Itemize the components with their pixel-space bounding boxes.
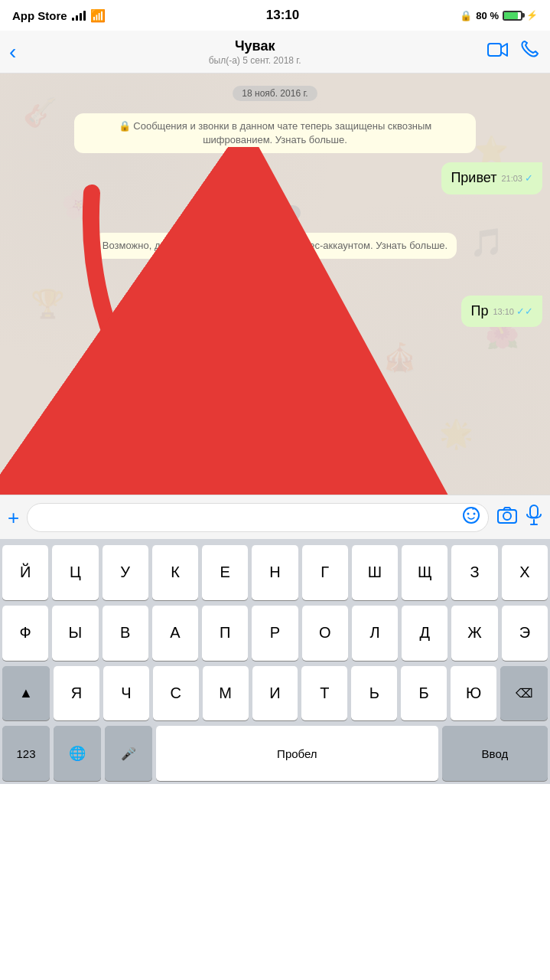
key-д[interactable]: Д [402,606,447,661]
key-щ[interactable]: Щ [402,545,447,600]
outgoing-message-1-text: Привет [451,170,496,185]
key-с[interactable]: С [153,666,199,721]
system-message-row-2: Возможно, данная переписка ведется с биз… [8,233,542,259]
outgoing-message-1: Привет 21:03 ✓ [441,162,542,194]
key-ь[interactable]: Ь [351,666,397,721]
outgoing-message-row-2: Пр 13:10 ✓✓ [8,296,542,327]
status-right: 🔒 80 % ⚡ [460,10,538,21]
outgoing-message-2-text: Пр [470,303,488,318]
keyboard: Й Ц У К Е Н Г Ш Щ З Х Ф Ы В А П Р О Л Д … [0,539,550,784]
keyboard-row-4: 123 🌐 🎤 Пробел Ввод [2,726,548,781]
camera-button[interactable] [496,506,518,529]
video-call-button[interactable] [487,41,509,63]
key-я[interactable]: Я [54,666,99,721]
key-т[interactable]: Т [301,666,347,721]
key-о[interactable]: О [302,606,348,661]
date-pill-2: вт, 7 а... [8,205,542,220]
nav-center: Чувак был(-а) 5 сент. 2018 г. [22,38,487,66]
signal-bar-4 [83,11,86,21]
key-globe[interactable]: 🌐 [54,726,101,781]
lock-icon: 🔒 [460,10,472,21]
svg-point-4 [474,512,476,514]
key-э[interactable]: Э [502,606,548,661]
signal-bars [72,10,86,21]
back-arrow-icon: ‹ [9,40,16,64]
signal-bar-2 [76,15,78,21]
key-ф[interactable]: Ф [2,606,48,661]
key-а[interactable]: А [152,606,198,661]
phone-call-button[interactable] [521,40,541,64]
key-shift[interactable]: ▲ [2,666,50,721]
key-ю[interactable]: Ю [451,666,496,721]
key-ч[interactable]: Ч [103,666,149,721]
svg-rect-0 [488,44,501,56]
status-carrier: App Store 📶 [12,8,106,23]
message-input-wrap[interactable] [27,503,489,532]
outgoing-message-2: Пр 13:10 ✓✓ [461,296,542,327]
system-message-1-text: 🔒 Сообщения и звонки в данном чате тепер… [119,120,432,145]
carrier-text: App Store [12,9,67,22]
svg-point-6 [503,512,511,520]
key-р[interactable]: Р [252,606,298,661]
chat-subtitle: был(-а) 5 сент. 2018 г. [28,55,481,66]
battery-percent: 80 % [476,10,499,21]
date-pill-1: 18 нояб. 2016 г. [8,86,542,101]
battery-fill [504,12,518,19]
message-input[interactable] [35,511,462,524]
outgoing-message-1-time: 21:03 ✓ [501,172,533,185]
check-mark-2: ✓✓ [516,305,533,317]
key-numbers[interactable]: 123 [2,726,50,781]
key-л[interactable]: Л [352,606,398,661]
nav-bar: ‹ Чувак был(-а) 5 сент. 2018 г. [0,31,550,74]
key-н[interactable]: Н [252,545,298,600]
svg-point-3 [467,512,470,514]
svg-rect-7 [530,505,538,518]
signal-bar-1 [72,18,74,21]
key-ж[interactable]: Ж [451,606,497,661]
check-mark-1: ✓ [525,172,533,184]
key-ц[interactable]: Ц [52,545,98,600]
key-м[interactable]: М [203,666,249,721]
key-backspace[interactable]: ⌫ [500,666,548,721]
key-е[interactable]: Е [202,545,248,600]
system-message-2-text: Возможно, данная переписка ведется с биз… [103,240,447,251]
key-space[interactable]: Пробел [156,726,438,781]
date-pill-2-text: вт, 7 а... [249,205,301,220]
key-у[interactable]: У [103,545,148,600]
back-button[interactable]: ‹ [9,37,22,67]
keyboard-row-2: Ф Ы В А П Р О Л Д Ж Э [2,606,548,661]
key-з[interactable]: З [451,545,497,600]
outgoing-message-2-time: 13:10 ✓✓ [493,305,533,318]
charge-icon: ⚡ [526,10,538,21]
key-х[interactable]: Х [502,545,548,600]
mic-button[interactable] [526,505,542,531]
key-г[interactable]: Г [302,545,348,600]
key-ы[interactable]: Ы [52,606,98,661]
date-pill-1-text: 18 нояб. 2016 г. [233,86,317,101]
key-ш[interactable]: Ш [352,545,398,600]
status-time: 13:10 [266,8,299,23]
add-button[interactable]: + [8,508,19,528]
key-п[interactable]: П [202,606,248,661]
key-и[interactable]: И [252,666,298,721]
date-pill-3-text: Сегодня [249,271,302,286]
input-bar: + [0,495,550,539]
signal-bar-3 [80,13,82,21]
key-enter[interactable]: Ввод [442,726,548,781]
wifi-icon: 📶 [90,8,106,23]
battery-icon [503,11,522,21]
status-bar: App Store 📶 13:10 🔒 80 % ⚡ [0,0,550,31]
keyboard-row-1: Й Ц У К Е Н Г Ш Щ З Х [2,545,548,600]
nav-actions [487,40,541,64]
key-mic[interactable]: 🎤 [105,726,152,781]
chat-title: Чувак [28,38,481,54]
sticker-button[interactable] [462,506,480,529]
keyboard-row-3: ▲ Я Ч С М И Т Ь Б Ю ⌫ [2,666,548,721]
system-message-row-1: 🔒 Сообщения и звонки в данном чате тепер… [8,113,542,153]
key-в[interactable]: В [103,606,148,661]
chat-area: 🎸 ⭐ 🌸 🎵 🏆 🌺 🎃 🌟 🎭 🎪 🌻 18 нояб. 2016 г. 🔒… [0,74,550,495]
key-й[interactable]: Й [2,545,48,600]
system-message-2: Возможно, данная переписка ведется с биз… [93,233,457,259]
key-к[interactable]: К [152,545,198,600]
key-б[interactable]: Б [401,666,447,721]
